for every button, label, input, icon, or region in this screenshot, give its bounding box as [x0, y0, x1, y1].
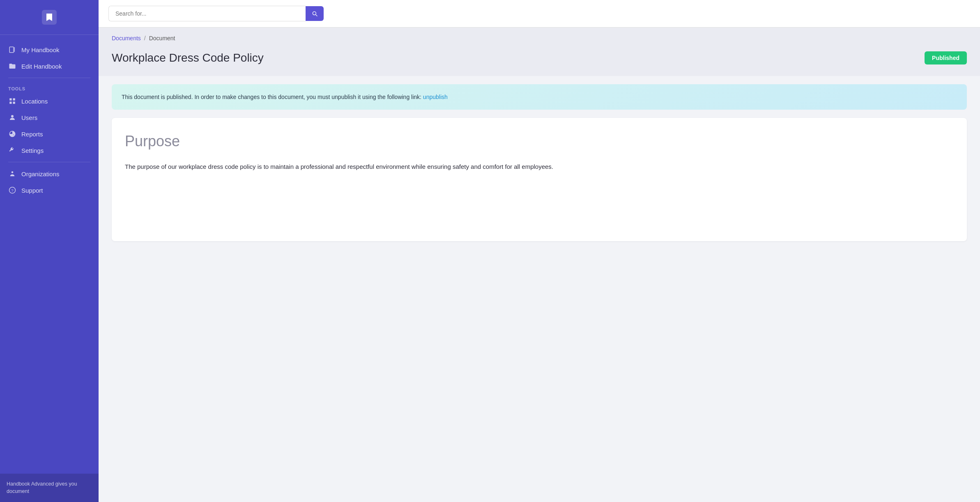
search-input[interactable]: [108, 6, 306, 21]
sidebar-nav: My Handbook Edit Handbook TOOLS Location…: [0, 35, 99, 474]
svg-point-5: [12, 171, 14, 173]
section-heading: Purpose: [125, 133, 954, 150]
sidebar-item-reports[interactable]: Reports: [0, 126, 99, 142]
sidebar-item-locations[interactable]: Locations: [0, 93, 99, 109]
sidebar-footer: Handbook Advanced gives you document: [0, 474, 99, 502]
bookmark-icon: [42, 10, 57, 25]
question-circle-icon: ?: [8, 186, 16, 194]
wrench-icon: [8, 146, 16, 154]
chart-pie-icon: [8, 130, 16, 138]
breadcrumb: Documents / Document: [99, 28, 980, 48]
main-content: Documents / Document Workplace Dress Cod…: [99, 0, 980, 502]
page-title: Workplace Dress Code Policy: [112, 51, 264, 64]
svg-point-4: [11, 115, 14, 117]
sidebar-item-label: Users: [21, 114, 37, 121]
tools-section-label: TOOLS: [0, 81, 99, 93]
search-button[interactable]: [306, 6, 324, 21]
sidebar-item-support[interactable]: ? Support: [0, 182, 99, 198]
sidebar-item-label: Edit Handbook: [21, 63, 62, 70]
svg-rect-2: [9, 102, 12, 104]
alert-text: This document is published. In order to …: [122, 94, 423, 100]
book-icon: [8, 46, 16, 54]
grid-icon: [8, 97, 16, 105]
sidebar-logo: [0, 0, 99, 35]
sidebar-item-organizations[interactable]: Organizations: [0, 166, 99, 182]
sidebar-item-my-handbook[interactable]: My Handbook: [0, 41, 99, 58]
svg-text:?: ?: [11, 188, 14, 193]
breadcrumb-current: Document: [149, 35, 175, 41]
folder-icon: [8, 62, 16, 70]
sidebar-item-label: Organizations: [21, 170, 60, 177]
sidebar-divider: [8, 78, 90, 78]
topbar: [99, 0, 980, 28]
unpublish-link[interactable]: unpublish: [423, 94, 448, 100]
footer-text: Handbook Advanced gives you document: [7, 481, 77, 495]
doc-body: Purpose The purpose of our workplace dre…: [112, 118, 967, 241]
sidebar-item-settings[interactable]: Settings: [0, 142, 99, 159]
alert-published: This document is published. In order to …: [112, 84, 967, 110]
section-body: The purpose of our workplace dress code …: [125, 161, 954, 172]
org-icon: [8, 170, 16, 178]
sidebar-item-edit-handbook[interactable]: Edit Handbook: [0, 58, 99, 74]
sidebar-item-label: Reports: [21, 131, 43, 138]
sidebar-divider-2: [8, 162, 90, 162]
svg-rect-1: [13, 98, 15, 100]
breadcrumb-link[interactable]: Documents: [112, 35, 141, 41]
sidebar-item-label: My Handbook: [21, 46, 60, 53]
users-icon: [8, 113, 16, 122]
sidebar-item-label: Settings: [21, 147, 44, 154]
sidebar-item-users[interactable]: Users: [0, 109, 99, 126]
sidebar-item-label: Locations: [21, 98, 48, 105]
breadcrumb-separator: /: [144, 35, 146, 41]
svg-rect-3: [13, 102, 15, 104]
svg-rect-0: [9, 98, 12, 100]
content-area: Documents / Document Workplace Dress Cod…: [99, 28, 980, 502]
status-badge: Published: [925, 51, 967, 64]
sidebar: My Handbook Edit Handbook TOOLS Location…: [0, 0, 99, 502]
doc-header: Workplace Dress Code Policy Published: [99, 48, 980, 76]
sidebar-item-label: Support: [21, 187, 43, 194]
